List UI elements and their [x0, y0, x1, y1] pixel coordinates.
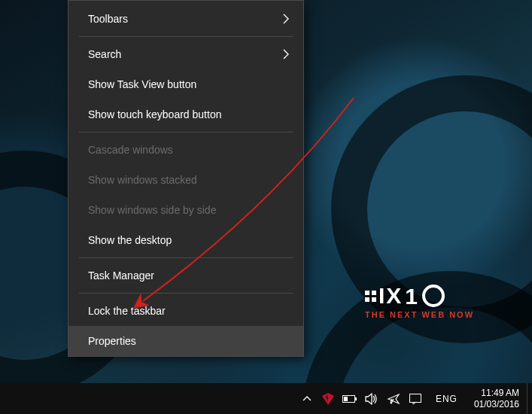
menu-item-properties[interactable]: Properties [68, 326, 303, 356]
kaspersky-icon[interactable] [322, 393, 334, 405]
taskbar-clock[interactable]: 11:49 AM 01/03/2016 [467, 383, 527, 414]
menu-separator [79, 36, 293, 37]
chevron-right-icon [283, 49, 290, 59]
menu-item-label: Properties [88, 335, 136, 347]
menu-item-label: Search [88, 48, 121, 60]
menu-item-label: Show the desktop [88, 234, 172, 246]
menu-separator [79, 293, 293, 294]
menu-item-show-touch-keyboard[interactable]: Show touch keyboard button [68, 99, 303, 129]
menu-item-toolbars[interactable]: Toolbars [68, 4, 303, 34]
action-center-icon[interactable] [409, 393, 421, 405]
menu-item-task-manager[interactable]: Task Manager [68, 260, 303, 291]
taskbar-context-menu: Toolbars Search Show Task View button Sh… [68, 0, 304, 357]
chevron-right-icon [283, 14, 290, 24]
mix10-one: 1 [405, 284, 418, 309]
menu-item-search[interactable]: Search [68, 39, 303, 69]
menu-item-windows-stacked: Show windows stacked [68, 165, 303, 195]
volume-icon[interactable] [366, 393, 378, 405]
clock-date: 01/03/2016 [474, 399, 519, 410]
language-indicator[interactable]: ENG [431, 394, 462, 404]
menu-item-label: Show Task View button [88, 78, 196, 90]
mix10-tagline: THE NEXT WEB NOW [365, 310, 474, 319]
menu-item-label: Cascade windows [88, 144, 173, 156]
mix10-zero [422, 285, 445, 307]
menu-item-label: Task Manager [88, 269, 154, 282]
svg-rect-1 [355, 397, 357, 400]
mix10-grid-icon [365, 291, 376, 302]
menu-item-label: Lock the taskbar [88, 305, 166, 317]
menu-item-label: Toolbars [88, 13, 128, 25]
svg-rect-3 [409, 394, 421, 402]
menu-item-show-task-view[interactable]: Show Task View button [68, 69, 303, 99]
menu-item-cascade-windows: Cascade windows [68, 135, 303, 165]
menu-separator [79, 257, 293, 258]
tray-chevron-up-icon[interactable] [302, 394, 312, 404]
svg-rect-2 [344, 397, 348, 401]
mix10-logo: IX 1 THE NEXT WEB NOW [365, 283, 474, 319]
menu-item-show-desktop[interactable]: Show the desktop [68, 225, 303, 255]
battery-icon[interactable] [344, 393, 356, 405]
airplane-mode-icon[interactable] [388, 393, 400, 405]
menu-item-label: Show windows side by side [88, 204, 216, 216]
menu-item-label: Show touch keyboard button [88, 108, 221, 120]
clock-time: 11:49 AM [481, 388, 519, 399]
taskbar[interactable]: ENG 11:49 AM 01/03/2016 [0, 383, 532, 414]
menu-separator [79, 132, 293, 132]
menu-item-label: Show windows stacked [88, 174, 197, 186]
mix10-wordmark: IX [378, 285, 403, 307]
system-tray: ENG [297, 383, 467, 414]
show-desktop-button[interactable] [527, 383, 532, 414]
menu-item-lock-taskbar[interactable]: Lock the taskbar [68, 296, 303, 326]
menu-item-windows-side-by-side: Show windows side by side [68, 195, 303, 225]
